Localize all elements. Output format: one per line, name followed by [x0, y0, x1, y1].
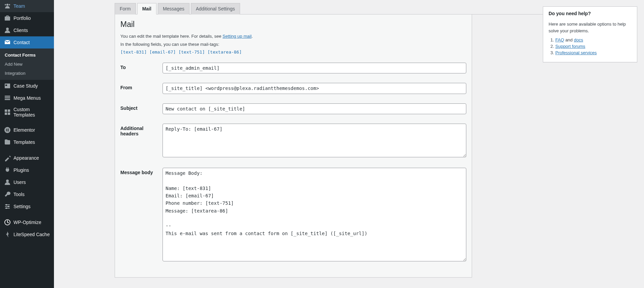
sidebar-item-settings[interactable]: Settings [0, 200, 54, 213]
contact-icon [4, 39, 11, 46]
message-body-label: Message body [120, 168, 163, 263]
sidebar-item-portfolio[interactable]: Portfolio [0, 12, 54, 24]
sidebar-item-label: Contact [13, 40, 30, 45]
sidebar-item-litespeed-cache[interactable]: LiteSpeed Cache [0, 228, 54, 241]
svg-rect-7 [5, 109, 7, 112]
users-icon [4, 179, 11, 186]
tools-icon [4, 191, 11, 198]
elementor-icon [4, 127, 11, 133]
help-link-item-pro: Professional services [555, 50, 632, 55]
sidebar-item-label: WP-Optimize [13, 220, 41, 225]
sidebar-item-label: Plugins [13, 167, 29, 173]
sidebar-item-label: Custom Templates [13, 107, 50, 118]
svg-point-20 [8, 206, 9, 207]
tab-additional-settings[interactable]: Additional Settings [191, 3, 240, 14]
sidebar-item-label: Tools [13, 192, 25, 197]
appearance-icon [4, 155, 11, 161]
sidebar-item-contact[interactable]: Contact [0, 36, 54, 49]
sidebar-item-appearance[interactable]: Appearance [0, 152, 54, 164]
settings-icon [4, 203, 11, 210]
tab-form[interactable]: Form [115, 3, 136, 14]
team-icon [4, 3, 11, 9]
sidebar-item-wp-optimize[interactable]: WP-Optimize [0, 216, 54, 228]
message-body-input[interactable]: Message Body: Name: [text-831] Email: [e… [163, 168, 466, 262]
svg-rect-4 [5, 96, 10, 97]
sidebar-item-tools[interactable]: Tools [0, 188, 54, 200]
mail-panel: Mail You can edit the mail template here… [115, 14, 472, 278]
sidebar-item-users[interactable]: Users [0, 176, 54, 188]
sidebar-item-templates[interactable]: Templates [0, 136, 54, 148]
svg-point-0 [5, 4, 6, 5]
tab-mail[interactable]: Mail [137, 3, 156, 14]
sidebar-item-case-study[interactable]: Case Study [0, 80, 54, 92]
support-forums-link[interactable]: Support forums [555, 44, 585, 49]
additional-headers-label: Additional headers [120, 124, 163, 158]
sidebar-item-label: Clients [13, 28, 28, 33]
submenu-item-add-new[interactable]: Add New [0, 60, 54, 69]
mega-menus-icon [4, 95, 11, 101]
submenu-item-integration[interactable]: Integration [0, 69, 54, 78]
sidebar-item-team[interactable]: Team [0, 0, 54, 12]
sidebar-item-label: Mega Menus [13, 95, 41, 101]
svg-rect-10 [8, 113, 10, 115]
portfolio-icon [4, 15, 11, 22]
to-label: To [120, 63, 163, 73]
intro-line-1: You can edit the mail template here. For… [120, 33, 466, 40]
custom-templates-icon [4, 109, 11, 116]
svg-rect-3 [5, 85, 7, 86]
sidebar-item-elementor[interactable]: Elementor [0, 124, 54, 136]
admin-sidebar: Team Portfolio Clients Contact Contact F… [0, 0, 54, 284]
mail-tags: [text-831] [email-67] [text-751] [textar… [120, 50, 466, 55]
svg-rect-15 [7, 131, 9, 131]
sidebar-item-label: Users [13, 180, 26, 185]
svg-rect-8 [8, 109, 10, 112]
plugins-icon [4, 167, 11, 173]
wp-optimize-icon [4, 219, 11, 226]
faq-link[interactable]: FAQ [555, 37, 564, 42]
tab-messages[interactable]: Messages [158, 3, 189, 14]
intro-line-2: In the following fields, you can use the… [120, 41, 466, 48]
sidebar-item-label: Elementor [13, 127, 35, 133]
setting-up-mail-link[interactable]: Setting up mail [223, 34, 252, 39]
svg-point-21 [6, 207, 7, 209]
from-label: From [120, 83, 163, 94]
case-study-icon [4, 83, 11, 89]
docs-link[interactable]: docs [574, 37, 583, 42]
subject-label: Subject [120, 103, 163, 114]
svg-point-19 [6, 204, 7, 205]
help-box: Do you need help? Here are some availabl… [543, 6, 637, 62]
panel-heading: Mail [120, 20, 466, 29]
sidebar-submenu: Contact Forms Add New Integration [0, 49, 54, 80]
sidebar-item-mega-menus[interactable]: Mega Menus [0, 92, 54, 104]
sidebar-item-label: Portfolio [13, 15, 31, 21]
svg-rect-12 [6, 129, 7, 131]
professional-services-link[interactable]: Professional services [555, 50, 597, 55]
sidebar-item-label: Team [13, 3, 25, 9]
from-input[interactable] [163, 83, 466, 94]
help-link-item-forums: Support forums [555, 44, 632, 49]
sidebar-item-plugins[interactable]: Plugins [0, 164, 54, 176]
sidebar-item-label: Templates [13, 139, 35, 145]
sidebar-item-label: Appearance [13, 155, 39, 161]
help-intro: Here are some available options to help … [549, 21, 632, 34]
submenu-item-contact-forms[interactable]: Contact Forms [0, 51, 54, 60]
svg-rect-5 [5, 97, 10, 98]
help-heading: Do you need help? [549, 11, 632, 16]
to-input[interactable] [163, 63, 466, 73]
svg-rect-14 [7, 130, 9, 130]
litespeed-icon [4, 231, 11, 238]
additional-headers-input[interactable]: Reply-To: [email-67] [163, 124, 466, 157]
sidebar-item-label: Settings [13, 204, 31, 209]
sidebar-item-custom-templates[interactable]: Custom Templates [0, 104, 54, 120]
sidebar-item-clients[interactable]: Clients [0, 24, 54, 36]
templates-icon [4, 139, 11, 146]
sidebar-item-label: LiteSpeed Cache [13, 232, 50, 237]
svg-rect-6 [5, 99, 10, 100]
svg-point-1 [9, 4, 10, 5]
clients-icon [4, 27, 11, 34]
help-link-item-faq-docs: FAQ and docs [555, 37, 632, 42]
sidebar-item-label: Case Study [13, 83, 38, 89]
svg-rect-13 [7, 129, 9, 129]
svg-rect-9 [5, 113, 7, 115]
subject-input[interactable] [163, 103, 466, 114]
